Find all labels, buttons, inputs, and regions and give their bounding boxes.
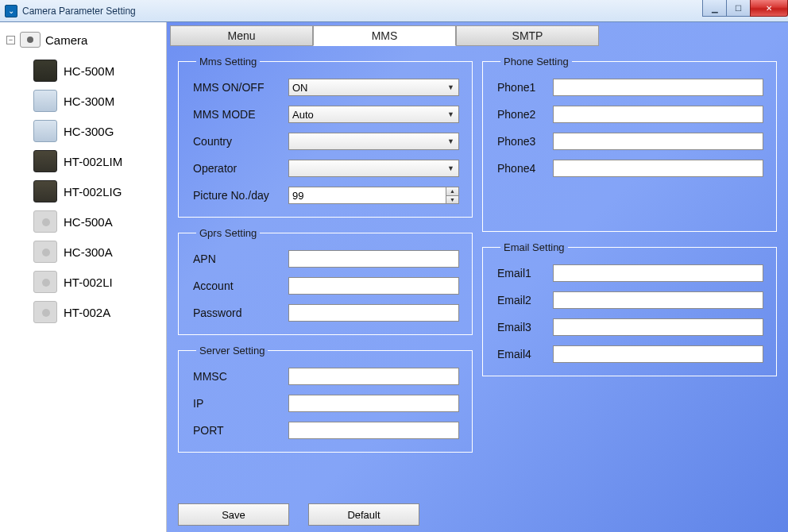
- camera-thumb-icon: [33, 120, 57, 142]
- account-label: Account: [193, 279, 288, 292]
- gprs-setting-legend: Gprs Setting: [196, 227, 260, 239]
- mmsc-input[interactable]: [288, 368, 459, 385]
- camera-name: HT-002LIG: [64, 185, 122, 199]
- apn-label: APN: [193, 253, 288, 265]
- ip-label: IP: [193, 397, 288, 410]
- port-label: PORT: [193, 424, 288, 437]
- tab-bar: Menu MMS SMTP: [170, 25, 785, 48]
- phone3-label: Phone3: [497, 135, 553, 148]
- camera-item[interactable]: HT-002A: [33, 297, 160, 327]
- mmsc-label: MMSC: [193, 370, 288, 383]
- camera-item[interactable]: HC-500M: [33, 56, 160, 86]
- tree-collapse-icon[interactable]: −: [6, 36, 15, 44]
- gprs-setting-group: Gprs Setting APN Account Password: [178, 227, 473, 335]
- phone-setting-legend: Phone Setting: [500, 56, 572, 67]
- email4-input[interactable]: [553, 345, 763, 363]
- camera-thumb-icon: [33, 301, 57, 323]
- email2-label: Email2: [497, 294, 553, 306]
- camera-name: HC-300M: [64, 94, 114, 108]
- camera-item[interactable]: HT-002LI: [33, 267, 160, 297]
- camera-item[interactable]: HT-002LIM: [33, 146, 160, 176]
- mms-onoff-label: MMS ON/OFF: [193, 81, 288, 94]
- email-setting-legend: Email Setting: [500, 241, 568, 253]
- phone3-input[interactable]: [553, 133, 763, 150]
- tree-root[interactable]: − Camera: [6, 32, 160, 48]
- spinner-up-icon[interactable]: ▲: [446, 187, 459, 195]
- camera-name: HC-300A: [64, 245, 113, 259]
- camera-thumb-icon: [33, 180, 57, 202]
- camera-thumb-icon: [33, 60, 57, 82]
- camera-tree: − Camera HC-500M HC-300M HC-300G HT-002L…: [0, 22, 167, 532]
- email2-input[interactable]: [553, 291, 763, 309]
- camera-thumb-icon: [33, 150, 57, 172]
- password-label: Password: [193, 306, 288, 319]
- email3-label: Email3: [497, 321, 553, 333]
- email3-input[interactable]: [553, 318, 763, 336]
- camera-item[interactable]: HC-300M: [33, 86, 160, 116]
- tab-menu[interactable]: Menu: [170, 25, 313, 46]
- phone1-input[interactable]: [553, 79, 763, 96]
- tree-children: HC-500M HC-300M HC-300G HT-002LIM HT-002…: [33, 56, 160, 327]
- maximize-button[interactable]: ☐: [726, 0, 750, 17]
- camera-name: HC-500A: [64, 215, 113, 229]
- picture-no-label: Picture No./day: [193, 189, 288, 202]
- phone-setting-group: Phone Setting Phone1 Phone2 Phone3 Phone…: [482, 56, 777, 232]
- mms-onoff-select[interactable]: ON: [288, 79, 459, 96]
- tree-root-label: Camera: [45, 33, 87, 47]
- phone2-input[interactable]: [553, 106, 763, 123]
- apn-input[interactable]: [288, 250, 459, 268]
- default-button[interactable]: Default: [308, 503, 419, 526]
- email4-label: Email4: [497, 348, 553, 360]
- server-setting-legend: Server Setting: [196, 345, 268, 357]
- server-setting-group: Server Setting MMSC IP PORT: [178, 345, 473, 453]
- camera-thumb-icon: [33, 90, 57, 112]
- camera-root-icon: [20, 32, 41, 48]
- title-bar: ⌄ Camera Parameter Setting ▁ ☐ ✕: [0, 0, 788, 22]
- window-buttons: ▁ ☐ ✕: [702, 0, 788, 17]
- bottom-button-bar: Save Default: [178, 503, 419, 526]
- camera-item[interactable]: HC-300G: [33, 116, 160, 146]
- phone2-label: Phone2: [497, 108, 553, 121]
- tab-mms[interactable]: MMS: [313, 25, 456, 46]
- email1-label: Email1: [497, 267, 553, 279]
- camera-thumb-icon: [33, 241, 57, 263]
- camera-item[interactable]: HC-300A: [33, 237, 160, 267]
- camera-item[interactable]: HT-002LIG: [33, 176, 160, 206]
- tab-smtp[interactable]: SMTP: [456, 25, 599, 46]
- phone1-label: Phone1: [497, 81, 553, 94]
- mms-setting-legend: Mms Setting: [196, 56, 260, 67]
- port-input[interactable]: [288, 422, 459, 439]
- country-label: Country: [193, 135, 288, 148]
- settings-panel: Menu MMS SMTP Mms Setting MMS ON/OFF ON …: [167, 22, 788, 532]
- country-select[interactable]: [288, 133, 459, 150]
- camera-name: HT-002A: [64, 306, 110, 319]
- operator-label: Operator: [193, 162, 288, 175]
- mms-setting-group: Mms Setting MMS ON/OFF ON ▼ MMS MODE Aut…: [178, 56, 473, 218]
- password-input[interactable]: [288, 304, 459, 322]
- mms-mode-select[interactable]: Auto: [288, 106, 459, 123]
- operator-select[interactable]: [288, 160, 459, 177]
- spinner-down-icon[interactable]: ▼: [446, 195, 459, 205]
- picture-no-input[interactable]: [288, 187, 446, 204]
- ip-input[interactable]: [288, 395, 459, 412]
- save-button[interactable]: Save: [178, 503, 289, 526]
- phone4-input[interactable]: [553, 160, 763, 177]
- camera-thumb-icon: [33, 210, 57, 233]
- app-icon: ⌄: [5, 5, 17, 17]
- close-button[interactable]: ✕: [750, 0, 788, 17]
- phone4-label: Phone4: [497, 162, 553, 175]
- camera-item[interactable]: HC-500A: [33, 206, 160, 237]
- camera-name: HT-002LI: [64, 276, 113, 289]
- camera-name: HT-002LIM: [64, 155, 122, 168]
- camera-name: HC-500M: [64, 64, 114, 78]
- window-title: Camera Parameter Setting: [22, 6, 136, 17]
- mms-mode-label: MMS MODE: [193, 108, 288, 121]
- minimize-button[interactable]: ▁: [702, 0, 726, 17]
- email-setting-group: Email Setting Email1 Email2 Email3 Email…: [482, 241, 777, 376]
- camera-thumb-icon: [33, 271, 57, 293]
- email1-input[interactable]: [553, 264, 763, 282]
- account-input[interactable]: [288, 277, 459, 295]
- camera-name: HC-300G: [64, 125, 114, 138]
